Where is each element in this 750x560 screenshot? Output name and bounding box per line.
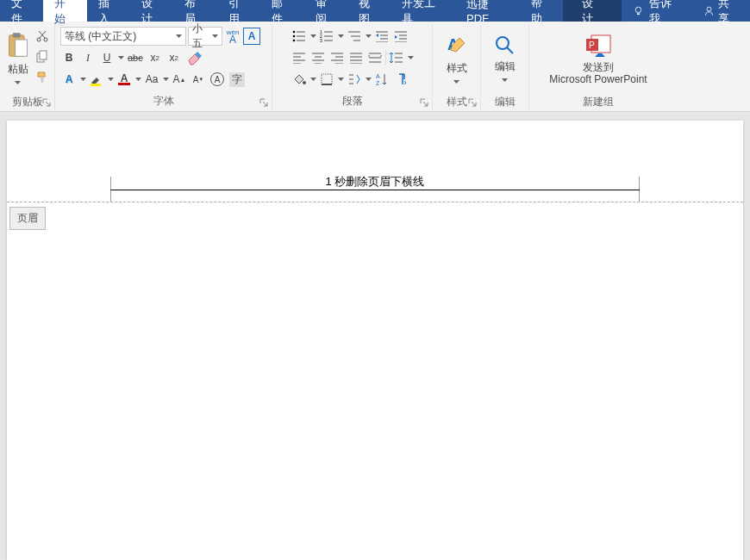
chevron-down-icon[interactable] <box>365 34 372 38</box>
chevron-down-icon[interactable] <box>337 78 344 81</box>
chevron-down-icon[interactable] <box>407 56 414 59</box>
font-name-combo[interactable]: 等线 (中文正文) <box>60 27 186 46</box>
snap-align-button[interactable] <box>346 70 363 89</box>
group-editing: 编辑 编辑 <box>481 25 529 111</box>
justify-button[interactable] <box>347 48 365 67</box>
char-shading-button[interactable]: 字 <box>228 70 247 89</box>
tab-file[interactable]: 文件 <box>0 0 43 22</box>
grow-font-button[interactable]: A▲ <box>171 70 188 89</box>
justify-icon <box>349 52 363 64</box>
brush-icon <box>35 71 49 84</box>
tell-me[interactable]: 告诉我 <box>622 0 691 22</box>
font-launcher[interactable] <box>259 97 269 108</box>
clipboard-launcher[interactable] <box>41 97 52 108</box>
clear-format-button[interactable] <box>184 48 203 67</box>
highlight-button[interactable] <box>88 70 105 89</box>
cut-button[interactable] <box>34 27 51 46</box>
tab-mail[interactable]: 邮件 <box>260 0 303 22</box>
increase-indent-button[interactable] <box>392 27 409 46</box>
underline-button[interactable]: U <box>98 48 116 67</box>
tab-developer[interactable]: 开发工具 <box>391 0 455 22</box>
scissors-icon <box>35 29 49 43</box>
multilevel-list-button[interactable] <box>346 27 363 46</box>
chevron-down-icon <box>15 81 22 84</box>
chevron-down-icon[interactable] <box>134 78 141 81</box>
editing-button[interactable]: 编辑 <box>487 27 523 92</box>
group-clipboard: 粘贴 剪贴板 <box>0 25 55 111</box>
show-marks-button[interactable] <box>392 70 409 89</box>
launcher-icon <box>420 98 428 107</box>
svg-rect-9 <box>91 84 101 86</box>
bullets-button[interactable] <box>291 27 308 46</box>
text-effects-button[interactable]: A <box>60 70 78 89</box>
strikethrough-button[interactable]: abc <box>126 48 145 67</box>
borders-button[interactable] <box>318 70 335 89</box>
decrease-indent-button[interactable] <box>373 27 391 46</box>
styles-label: 样式 <box>447 62 467 74</box>
svg-point-10 <box>293 31 296 34</box>
align-left-icon <box>292 52 306 64</box>
chevron-down-icon[interactable] <box>117 56 124 59</box>
numbering-button[interactable]: 123 <box>318 27 335 46</box>
tab-home[interactable]: 开始 <box>43 0 86 22</box>
italic-button[interactable]: I <box>79 48 97 67</box>
svg-point-0 <box>636 7 642 13</box>
line-spacing-button[interactable] <box>388 48 405 67</box>
bullets-icon <box>292 30 306 42</box>
circled-char-button[interactable]: A <box>209 70 226 89</box>
tab-help[interactable]: 帮助 <box>520 0 563 22</box>
chevron-down-icon <box>212 34 219 38</box>
styles-launcher[interactable] <box>467 97 478 108</box>
find-icon <box>494 34 516 57</box>
copy-button[interactable] <box>34 47 51 66</box>
border-icon <box>320 72 334 86</box>
tab-pdf[interactable]: 迅捷PDF <box>455 0 520 22</box>
tab-insert[interactable]: 插入 <box>87 0 130 22</box>
align-right-button[interactable] <box>328 48 346 67</box>
svg-point-11 <box>293 35 296 38</box>
font-size-combo[interactable]: 小五 <box>188 27 222 46</box>
shrink-font-button[interactable]: A▼ <box>190 70 207 89</box>
paragraph-launcher[interactable] <box>419 97 429 108</box>
chevron-down-icon[interactable] <box>337 34 344 38</box>
tab-layout[interactable]: 布局 <box>173 0 216 22</box>
superscript-button[interactable]: x2 <box>166 48 183 67</box>
format-painter-button[interactable] <box>34 68 51 87</box>
shading-button[interactable] <box>291 70 308 89</box>
group-paragraph: 123 AZ 段落 <box>272 25 433 111</box>
distribute-button[interactable] <box>366 48 384 67</box>
align-left-button[interactable] <box>291 48 308 67</box>
tab-header-design[interactable]: 设计 <box>563 0 622 22</box>
page[interactable]: 1 秒删除页眉下横线 页眉 <box>7 121 743 560</box>
clipboard-icon <box>6 32 30 59</box>
chevron-down-icon[interactable] <box>162 78 169 81</box>
change-case-button[interactable]: Aa <box>143 70 160 89</box>
subscript-button[interactable]: x2 <box>147 48 164 67</box>
send-label-1: 发送到 <box>583 61 614 73</box>
styles-button[interactable]: A 样式 <box>437 27 477 92</box>
tab-review[interactable]: 审阅 <box>304 0 347 22</box>
paste-button[interactable]: 粘贴 <box>4 27 32 92</box>
chevron-down-icon[interactable] <box>309 34 316 38</box>
editing-label: 编辑 <box>495 60 516 72</box>
chevron-down-icon[interactable] <box>107 78 114 81</box>
document-area: 1 秒删除页眉下横线 页眉 <box>0 112 750 560</box>
char-border-button[interactable]: A <box>243 28 260 45</box>
chevron-down-icon[interactable] <box>309 78 316 81</box>
send-to-ppt-button[interactable]: P 发送到Microsoft PowerPoint <box>534 27 663 92</box>
tab-design[interactable]: 设计 <box>130 0 173 22</box>
svg-rect-3 <box>12 33 20 37</box>
chevron-down-icon[interactable] <box>79 78 86 81</box>
tab-references[interactable]: 引用 <box>217 0 260 22</box>
chevron-down-icon[interactable] <box>365 78 372 81</box>
launcher-icon <box>42 98 51 107</box>
font-color-button[interactable]: A <box>116 70 133 89</box>
font-size-value: 小五 <box>192 22 212 51</box>
sort-button[interactable]: AZ <box>373 70 391 89</box>
bold-button[interactable]: B <box>60 48 78 67</box>
paste-label: 粘贴 <box>8 63 28 75</box>
tab-view[interactable]: 视图 <box>347 0 391 22</box>
phonetic-guide-button[interactable]: wénA <box>224 27 241 46</box>
share-button[interactable]: 共享 <box>692 0 750 22</box>
align-center-button[interactable] <box>309 48 327 67</box>
